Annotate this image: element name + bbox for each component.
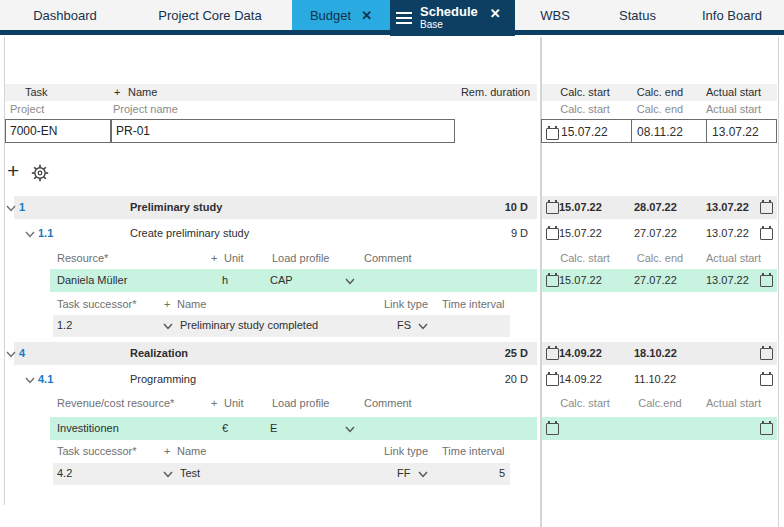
project-actual-start-value[interactable]: 13.07.22 xyxy=(712,125,759,139)
tab-budget-close-icon[interactable]: ✕ xyxy=(361,8,372,23)
tab-schedule-close-icon[interactable]: ✕ xyxy=(490,6,501,21)
task-calc-start[interactable]: 15.07.22 xyxy=(559,227,611,239)
successor-row[interactable]: 1.2 Preliminary study completed FS xyxy=(0,315,784,337)
tab-schedule[interactable]: Schedule Base ✕ xyxy=(390,0,515,36)
task-number[interactable]: 1 xyxy=(19,201,25,213)
chevron-down-icon[interactable] xyxy=(163,323,173,330)
chevron-down-icon[interactable] xyxy=(345,426,355,433)
revenue-unit[interactable]: € xyxy=(222,422,228,434)
task-row-1[interactable]: 1 Preliminary study 10 D 15.07.22 28.07.… xyxy=(0,196,784,219)
task-name[interactable]: Preliminary study xyxy=(130,201,222,213)
successor-link-type[interactable]: FS xyxy=(397,319,411,331)
resource-name[interactable]: Daniela Müller xyxy=(57,274,127,286)
successor-id[interactable]: 1.2 xyxy=(57,319,72,331)
task-number[interactable]: 4 xyxy=(19,347,25,359)
calendar-icon[interactable] xyxy=(546,128,559,140)
task-calc-start[interactable]: 14.09.22 xyxy=(559,347,611,359)
tab-budget[interactable]: Budget ✕ xyxy=(292,0,390,30)
add-column-icon[interactable]: + xyxy=(164,298,170,310)
task-name[interactable]: Programming xyxy=(130,373,196,385)
chevron-down-icon[interactable] xyxy=(25,377,35,384)
time-interval-col-header: Time interval xyxy=(442,445,505,457)
task-name[interactable]: Create preliminary study xyxy=(130,227,249,239)
project-calc-end-value[interactable]: 08.11.22 xyxy=(637,125,683,139)
calendar-icon[interactable] xyxy=(546,275,559,287)
calendar-icon[interactable] xyxy=(546,228,559,240)
task-row-4[interactable]: 4 Realization 25 D 14.09.22 18.10.22 xyxy=(0,342,784,365)
task-actual-start[interactable]: 13.07.22 xyxy=(706,227,754,239)
col-header-calc-start[interactable]: Calc. start xyxy=(559,86,611,98)
chevron-down-icon[interactable] xyxy=(418,323,428,330)
calendar-icon[interactable] xyxy=(546,423,559,435)
chevron-down-icon[interactable] xyxy=(6,351,16,358)
task-duration[interactable]: 9 D xyxy=(460,227,528,239)
tab-info-board[interactable]: Info Board xyxy=(680,0,784,30)
task-calc-end[interactable]: 11.10.22 xyxy=(634,373,686,385)
task-calc-end[interactable]: 27.07.22 xyxy=(634,227,686,239)
task-duration[interactable]: 20 D xyxy=(460,373,528,385)
add-column-icon[interactable]: + xyxy=(211,397,217,409)
col-header-rem-duration[interactable]: Rem. duration xyxy=(438,86,530,98)
gear-icon[interactable] xyxy=(31,164,49,182)
task-calc-end[interactable]: 18.10.22 xyxy=(634,347,686,359)
revenue-resource-name[interactable]: Investitionen xyxy=(57,422,119,434)
successor-id[interactable]: 4.2 xyxy=(57,467,72,479)
add-column-icon[interactable]: + xyxy=(211,252,217,264)
project-name-input[interactable] xyxy=(111,119,455,143)
resource-calc-end[interactable]: 27.07.22 xyxy=(634,274,686,286)
calendar-icon[interactable] xyxy=(760,374,773,386)
add-task-button[interactable]: + xyxy=(7,161,19,181)
resource-unit[interactable]: h xyxy=(222,274,228,286)
col-header-actual-start[interactable]: Actual start xyxy=(706,86,754,98)
calendar-icon[interactable] xyxy=(760,202,773,214)
tab-dashboard[interactable]: Dashboard xyxy=(0,0,130,30)
successor-name[interactable]: Preliminary study completed xyxy=(180,319,318,331)
task-calc-start[interactable]: 15.07.22 xyxy=(559,201,611,213)
resource-row[interactable]: Daniela Müller h CAP 15.07.22 27.07.22 1… xyxy=(0,269,784,292)
calendar-icon[interactable] xyxy=(760,348,773,360)
chevron-down-icon[interactable] xyxy=(418,471,428,478)
task-row-4-1[interactable]: 4.1 Programming 20 D 14.09.22 11.10.22 xyxy=(0,368,784,391)
add-column-icon[interactable]: + xyxy=(114,86,120,98)
tab-project-core-data[interactable]: Project Core Data xyxy=(130,0,290,30)
task-calc-start[interactable]: 14.09.22 xyxy=(559,373,611,385)
successor-name[interactable]: Test xyxy=(180,467,200,479)
resource-calc-start[interactable]: 15.07.22 xyxy=(559,274,611,286)
successor-link-type[interactable]: FF xyxy=(397,467,410,479)
col-header-task[interactable]: Task xyxy=(25,86,48,98)
task-number[interactable]: 4.1 xyxy=(38,373,53,385)
task-duration[interactable]: 25 D xyxy=(460,347,528,359)
revenue-row[interactable]: Investitionen € E xyxy=(0,417,784,440)
resource-load-profile[interactable]: CAP xyxy=(270,274,293,286)
calendar-icon[interactable] xyxy=(760,228,773,240)
calendar-icon[interactable] xyxy=(760,423,773,435)
menu-icon[interactable] xyxy=(396,9,412,27)
calendar-icon[interactable] xyxy=(760,275,773,287)
calendar-icon[interactable] xyxy=(546,374,559,386)
add-column-icon[interactable]: + xyxy=(164,445,170,457)
col-header-name[interactable]: Name xyxy=(128,86,157,98)
chevron-down-icon[interactable] xyxy=(163,471,173,478)
tab-budget-label: Budget xyxy=(310,8,351,23)
chevron-down-icon[interactable] xyxy=(25,231,35,238)
task-actual-start[interactable]: 13.07.22 xyxy=(706,201,754,213)
chevron-down-icon[interactable] xyxy=(6,205,16,212)
task-row-1-1[interactable]: 1.1 Create preliminary study 9 D 15.07.2… xyxy=(0,222,784,245)
tab-status[interactable]: Status xyxy=(595,0,680,30)
successor-time-interval[interactable]: 5 xyxy=(440,467,505,479)
tab-wbs[interactable]: WBS xyxy=(515,0,595,30)
task-name[interactable]: Realization xyxy=(130,347,188,359)
calendar-icon[interactable] xyxy=(546,202,559,214)
calendar-icon[interactable] xyxy=(546,348,559,360)
task-number[interactable]: 1.1 xyxy=(38,227,53,239)
chevron-down-icon[interactable] xyxy=(345,278,355,285)
resource-actual-start[interactable]: 13.07.22 xyxy=(706,274,754,286)
task-calc-end[interactable]: 28.07.22 xyxy=(634,201,686,213)
task-duration[interactable]: 10 D xyxy=(460,201,528,213)
tab-project-core-data-label: Project Core Data xyxy=(158,8,261,23)
revenue-load-profile[interactable]: E xyxy=(270,422,277,434)
project-calc-start-value[interactable]: 15.07.22 xyxy=(561,125,608,139)
successor-row[interactable]: 4.2 Test FF 5 xyxy=(0,463,784,485)
project-id-input[interactable] xyxy=(5,119,111,143)
col-header-calc-end[interactable]: Calc. end xyxy=(634,86,686,98)
